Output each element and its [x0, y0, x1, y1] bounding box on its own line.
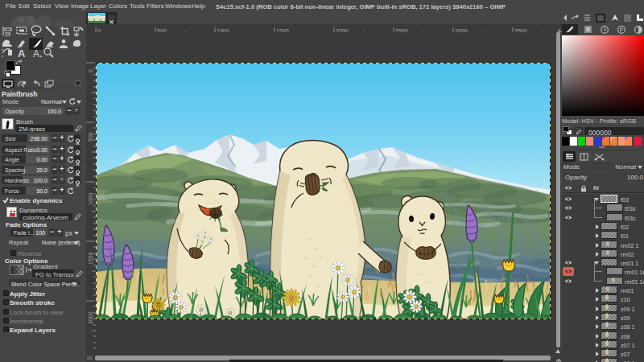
svg-text:2000: 2000 — [88, 311, 93, 324]
svg-text:0: 0 — [88, 69, 93, 72]
svg-text:500: 500 — [88, 132, 93, 142]
svg-text:A: A — [18, 47, 26, 60]
svg-text:P: P — [620, 27, 624, 33]
svg-text:1500: 1500 — [88, 252, 93, 265]
svg-text:1000: 1000 — [88, 192, 93, 205]
svg-text:A: A — [33, 48, 39, 60]
